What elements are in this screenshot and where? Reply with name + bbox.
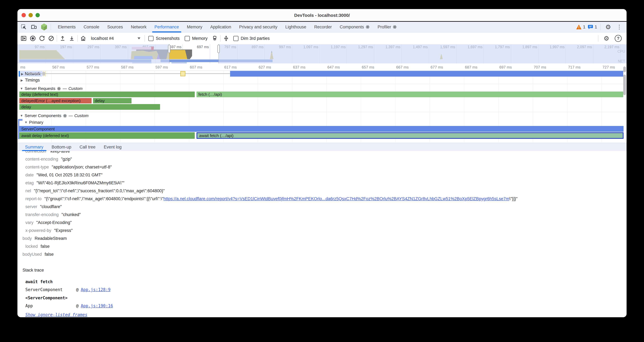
tab-elements[interactable]: Elements bbox=[54, 22, 80, 32]
property-name: bodyUsed bbox=[22, 252, 42, 257]
flame-event[interactable]: delay bbox=[93, 98, 132, 103]
tab-components[interactable]: Components bbox=[336, 22, 374, 32]
expand-arrow-icon[interactable]: ▶ bbox=[20, 78, 23, 82]
details-tab-bottom-up[interactable]: Bottom-up bbox=[48, 143, 76, 151]
report-endpoint-link[interactable]: https://a.nel.cloudflare.com/report/v4?s… bbox=[164, 196, 509, 201]
selection-left-handle[interactable] bbox=[168, 45, 170, 53]
inspect-cursor-icon[interactable] bbox=[19, 23, 28, 32]
tab-label: Performance bbox=[154, 25, 179, 30]
overview-dim-left bbox=[18, 44, 169, 64]
network-request-bar[interactable] bbox=[230, 71, 623, 77]
tab-performance[interactable]: Performance bbox=[150, 22, 183, 32]
tab-label: Memory bbox=[187, 25, 202, 30]
selection-right-handle[interactable] bbox=[218, 45, 220, 53]
checkbox[interactable] bbox=[148, 36, 154, 41]
ruler-label: 677 ms bbox=[430, 65, 443, 70]
collapse-arrow-icon[interactable]: ▼ bbox=[24, 121, 28, 124]
compress-icon[interactable] bbox=[222, 34, 231, 43]
timeline-overview[interactable]: 97 ms197 ms297 ms397 ms497 ms597 ms697 m… bbox=[18, 44, 626, 64]
property-value: false bbox=[40, 244, 50, 249]
titlebar: DevTools - localhost:3000/ bbox=[18, 9, 626, 21]
devtools-tabbar: ElementsConsoleSourcesNetworkPerformance… bbox=[18, 22, 626, 33]
screenshots-checkbox[interactable]: Screenshots bbox=[148, 36, 180, 41]
tab-console[interactable]: Console bbox=[80, 22, 103, 32]
tab-application[interactable]: Application bbox=[206, 22, 235, 32]
details-tab-event-log[interactable]: Event log bbox=[100, 143, 126, 151]
flame-event[interactable]: await delay (deferred text) bbox=[19, 132, 195, 139]
flame-event-label: delay bbox=[93, 99, 105, 103]
react-atom-icon bbox=[57, 87, 61, 91]
help-icon[interactable]: ? bbox=[614, 34, 623, 43]
group-server-components[interactable]: ▼ Server Components — Custom bbox=[20, 113, 88, 118]
tab-profiler[interactable]: Profiler bbox=[374, 22, 401, 32]
gear-icon[interactable]: ⚙ bbox=[604, 23, 612, 32]
tab-recorder[interactable]: Recorder bbox=[310, 22, 336, 32]
property-value: "Accept-Encoding" bbox=[36, 220, 72, 225]
stack-frame-function: App bbox=[25, 303, 76, 308]
warnings-badge[interactable]: 1 bbox=[576, 24, 586, 30]
react-atom-icon bbox=[393, 25, 397, 29]
checkbox[interactable] bbox=[233, 36, 238, 41]
flame-event[interactable]: fetch (…/api) bbox=[196, 92, 623, 97]
subgroup-primary[interactable]: ▼ Primary bbox=[24, 120, 43, 125]
track-timings[interactable]: ▶ Timings bbox=[20, 78, 40, 83]
collect-garbage-icon[interactable] bbox=[210, 34, 219, 43]
messages-badge[interactable]: 1 bbox=[588, 24, 597, 30]
stack-frame-source-link[interactable]: App.js:190:16 bbox=[81, 303, 113, 308]
tab-sources[interactable]: Sources bbox=[103, 22, 127, 32]
stack-frame-source-link[interactable]: App.js:128:9 bbox=[81, 287, 110, 292]
tab-memory[interactable]: Memory bbox=[183, 22, 206, 32]
link[interactable]: Show ignore-listed frames bbox=[25, 312, 87, 317]
tab-lighthouse[interactable]: Lighthouse bbox=[282, 22, 310, 32]
separator bbox=[598, 35, 598, 42]
memory-checkbox[interactable]: Memory bbox=[184, 36, 208, 41]
stack-frame-function: ServerComponent bbox=[25, 287, 76, 292]
network-queue-line[interactable] bbox=[26, 73, 230, 74]
tab-label: Network bbox=[131, 25, 146, 30]
group-server-requests[interactable]: ▼ Server Requests — Custom bbox=[20, 86, 82, 91]
flame-event[interactable]: ServerComponent bbox=[19, 126, 624, 132]
target-select[interactable]: localhost #4 bbox=[88, 36, 144, 41]
details-tab-call-tree[interactable]: Call tree bbox=[76, 143, 100, 151]
collapse-arrow-icon[interactable]: ▼ bbox=[20, 87, 23, 90]
ruler-label: 577 ms bbox=[87, 65, 99, 70]
ruler-label: 657 ms bbox=[362, 65, 374, 70]
capture-settings-gear-icon[interactable]: ⚙ bbox=[602, 34, 611, 43]
save-profile-icon[interactable] bbox=[58, 34, 67, 43]
expand-arrow-icon[interactable]: ▶ bbox=[21, 72, 24, 76]
clear-icon[interactable] bbox=[46, 34, 56, 43]
show-live-metrics-icon[interactable] bbox=[19, 34, 28, 43]
ruler-label: 697 ms bbox=[499, 65, 512, 70]
record-icon[interactable] bbox=[28, 34, 38, 43]
collapse-arrow-icon[interactable]: ▼ bbox=[20, 114, 23, 118]
stack-trace-list: await fetchServerComponent@App.js:128:9<… bbox=[18, 279, 626, 317]
tab-network[interactable]: Network bbox=[127, 22, 150, 32]
flame-event[interactable]: delayedError (…ayed exception) bbox=[19, 98, 92, 103]
flame-event[interactable]: await fetch (…/api) bbox=[196, 132, 624, 139]
flame-chart[interactable]: ms 567 ms577 ms587 ms597 ms607 ms617 ms6… bbox=[18, 64, 626, 142]
details-tab-summary[interactable]: Summary bbox=[21, 143, 48, 151]
dim-3rd-parties-checkbox[interactable]: Dim 3rd parties bbox=[233, 36, 270, 41]
ruler-label: 647 ms bbox=[328, 65, 340, 70]
flame-event[interactable]: delay (deferred text) bbox=[19, 92, 195, 97]
device-toolbar-icon[interactable] bbox=[30, 23, 38, 32]
property-row: vary"Accept-Encoding" bbox=[18, 219, 626, 226]
tab-privacy-and-security[interactable]: Privacy and security bbox=[235, 22, 282, 32]
flame-scrollbar-thumb[interactable] bbox=[623, 67, 626, 72]
network-queue-marker[interactable] bbox=[180, 71, 186, 76]
property-row: content-type"application/json; charset=u… bbox=[18, 163, 626, 171]
ruler-label: 617 ms bbox=[224, 65, 237, 70]
flame-scrollbar-thumb[interactable] bbox=[623, 75, 626, 95]
ruler-label: 597 ms bbox=[156, 65, 168, 70]
load-profile-icon[interactable] bbox=[67, 34, 76, 43]
property-row: date"Wed, 01 Oct 2025 18:32:01 GMT" bbox=[18, 171, 626, 179]
show-ignore-listed-frames-link[interactable]: Show ignore-listed frames bbox=[25, 312, 626, 317]
property-value: false bbox=[45, 252, 54, 257]
three-dot-menu-icon[interactable]: ⋮ bbox=[615, 23, 624, 32]
ruler-label: 727 ms bbox=[602, 65, 615, 70]
flame-event[interactable]: delay bbox=[19, 104, 160, 110]
record-and-reload-icon[interactable] bbox=[38, 34, 46, 43]
ruler-label: 567 ms bbox=[52, 65, 65, 70]
checkbox[interactable] bbox=[184, 36, 190, 41]
home-icon[interactable] bbox=[78, 34, 88, 43]
